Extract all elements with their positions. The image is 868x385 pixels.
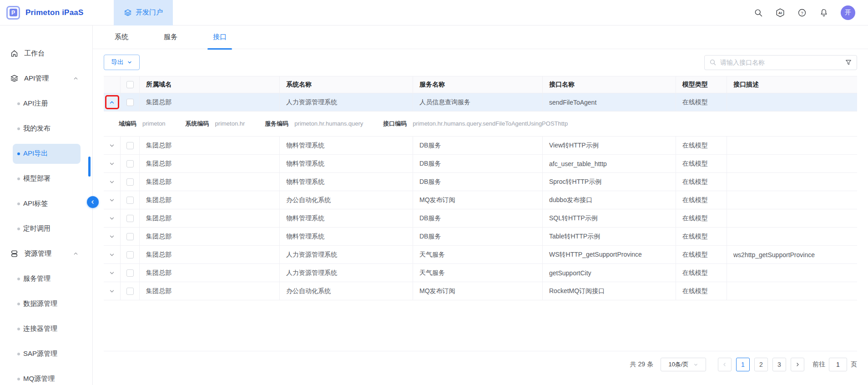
next-page-button[interactable]	[791, 358, 804, 371]
service-code-value: primeton.hr.humans.query	[294, 120, 363, 127]
prev-page-button[interactable]	[718, 358, 732, 371]
search-input[interactable]	[720, 59, 841, 66]
select-all-checkbox[interactable]	[126, 81, 134, 88]
sidebar-item-数据源管理[interactable]: 数据源管理	[0, 291, 92, 316]
search-icon[interactable]	[753, 8, 763, 18]
sidebar-item-工作台[interactable]: 工作台	[0, 41, 92, 66]
sidebar-item-API注册[interactable]: API注册	[0, 91, 92, 116]
cell-domain: 集团总部	[140, 137, 280, 155]
row-checkbox[interactable]	[126, 197, 134, 204]
cell-model: 在线模型	[676, 209, 727, 228]
row-detail: 域编码primeton 系统编码primeton.hr 服务编码primeton…	[104, 111, 857, 137]
sidebar-item-连接器管理[interactable]: 连接器管理	[0, 316, 92, 341]
tab-系统[interactable]: 系统	[109, 25, 134, 49]
row-expand-toggle[interactable]	[104, 191, 121, 209]
brand: P Primeton iPaaS	[0, 6, 114, 20]
sidebar-item-MQ源管理[interactable]: MQ源管理	[0, 366, 92, 385]
table-row[interactable]: 集团总部 人力资源管理系统 人员信息查询服务 sendFileToAgent 在…	[104, 93, 857, 111]
row-checkbox-cell	[121, 246, 140, 264]
row-expand-toggle[interactable]	[104, 173, 121, 191]
sidebar-item-API标签[interactable]: API标签	[0, 191, 92, 216]
sidebar-item-模型部署[interactable]: 模型部署	[0, 166, 92, 191]
page-number-button-1[interactable]: 1	[736, 358, 750, 371]
table-row[interactable]: 集团总部 办公自动化系统 MQ发布订阅 RocketMQ订阅接口 在线模型	[104, 282, 857, 300]
notification-icon[interactable]	[819, 8, 829, 18]
sidebar-item-服务管理[interactable]: 服务管理	[0, 266, 92, 291]
table-row[interactable]: 集团总部 人力资源管理系统 天气服务 getSupportCity 在线模型	[104, 264, 857, 282]
row-checkbox[interactable]	[126, 251, 134, 258]
row-checkbox[interactable]	[126, 178, 134, 186]
row-checkbox-cell	[121, 282, 140, 300]
column-header-系统名称: 系统名称	[280, 76, 413, 93]
goto-page-input[interactable]	[829, 358, 847, 371]
row-expand-toggle[interactable]	[104, 93, 121, 111]
row-expand-toggle[interactable]	[104, 137, 121, 155]
bullet-icon	[17, 102, 20, 105]
bullet-icon	[17, 177, 20, 180]
row-expand-toggle[interactable]	[104, 155, 121, 173]
page-number-button-3[interactable]: 3	[772, 358, 786, 371]
cell-interface: afc_user_table_htttp	[543, 155, 676, 173]
row-expand-toggle[interactable]	[104, 264, 121, 282]
system-code-label: 系统编码	[186, 120, 209, 128]
row-expand-toggle[interactable]	[104, 282, 121, 300]
pagination: 共 29 条 10条/页 123 前往 页	[104, 351, 857, 385]
service-code-label: 服务编码	[265, 120, 288, 128]
sidebar-item-我的发布[interactable]: 我的发布	[0, 116, 92, 141]
avatar[interactable]: 开	[841, 5, 855, 20]
cell-interface: WS转HTTP_getSupportProvince	[543, 246, 676, 264]
sidebar-collapse-toggle[interactable]	[87, 196, 99, 208]
cell-system: 物料管理系统	[280, 209, 413, 228]
chevron-up-icon	[73, 251, 79, 257]
cell-service: 天气服务	[413, 246, 543, 264]
search-box	[704, 55, 857, 70]
row-checkbox[interactable]	[126, 99, 134, 106]
table-row[interactable]: 集团总部 物料管理系统 DB服务 Sproc转HTTP示例 在线模型	[104, 173, 857, 191]
search-icon	[709, 59, 717, 66]
cell-description	[727, 264, 857, 282]
cell-service: DB服务	[413, 209, 543, 228]
tab-接口[interactable]: 接口	[207, 25, 232, 49]
sidebar-item-API管理[interactable]: API管理	[0, 66, 92, 91]
ai-assistant-icon[interactable]: AI	[775, 8, 785, 18]
page-size-select[interactable]: 10条/页	[661, 358, 706, 371]
sidebar-item-SAP源管理[interactable]: SAP源管理	[0, 341, 92, 366]
row-checkbox[interactable]	[126, 233, 134, 240]
cell-interface: SQL转HTTP示例	[543, 209, 676, 228]
row-expand-toggle[interactable]	[104, 228, 121, 246]
tab-服务[interactable]: 服务	[158, 25, 183, 49]
row-expand-toggle[interactable]	[104, 209, 121, 228]
row-checkbox[interactable]	[126, 160, 134, 167]
filter-funnel-icon[interactable]	[845, 59, 852, 66]
cell-service: 人员信息查询服务	[413, 93, 543, 111]
cell-description	[727, 209, 857, 228]
page-number-button-2[interactable]: 2	[754, 358, 768, 371]
bullet-icon	[17, 152, 20, 155]
cell-interface: sendFileToAgent	[543, 93, 676, 111]
row-checkbox-cell	[121, 155, 140, 173]
table-row[interactable]: 集团总部 物料管理系统 DB服务 Table转HTTP示例 在线模型	[104, 228, 857, 246]
chevron-left-icon	[722, 362, 727, 367]
row-checkbox[interactable]	[126, 215, 134, 222]
row-checkbox[interactable]	[126, 269, 134, 277]
goto-page: 前往 页	[812, 358, 857, 371]
sidebar-item-定时调用[interactable]: 定时调用	[0, 216, 92, 241]
table-row[interactable]: 集团总部 物料管理系统 DB服务 afc_user_table_htttp 在线…	[104, 155, 857, 173]
cell-domain: 集团总部	[140, 93, 280, 111]
sidebar-item-资源管理[interactable]: 资源管理	[0, 241, 92, 266]
row-checkbox[interactable]	[126, 288, 134, 295]
cell-system: 人力资源管理系统	[280, 264, 413, 282]
help-icon[interactable]: ?	[797, 8, 807, 18]
sidebar-item-API导出[interactable]: API导出	[0, 141, 92, 166]
table-row[interactable]: 集团总部 物料管理系统 DB服务 SQL转HTTP示例 在线模型	[104, 209, 857, 228]
chevron-down-icon	[127, 60, 132, 65]
table-header-row: 所属域名系统名称服务名称接口名称模型类型接口描述	[104, 76, 857, 93]
tab-dev-portal[interactable]: 开发门户	[114, 0, 173, 25]
export-button[interactable]: 导出	[104, 55, 140, 70]
row-checkbox[interactable]	[126, 142, 134, 149]
table-row[interactable]: 集团总部 物料管理系统 DB服务 View转HTTP示例 在线模型	[104, 137, 857, 155]
table-row[interactable]: 集团总部 办公自动化系统 MQ发布订阅 dubbo发布接口 在线模型	[104, 191, 857, 209]
table-row[interactable]: 集团总部 人力资源管理系统 天气服务 WS转HTTP_getSupportPro…	[104, 246, 857, 264]
row-expand-toggle[interactable]	[104, 246, 121, 264]
system-code-value: primeton.hr	[215, 120, 245, 127]
